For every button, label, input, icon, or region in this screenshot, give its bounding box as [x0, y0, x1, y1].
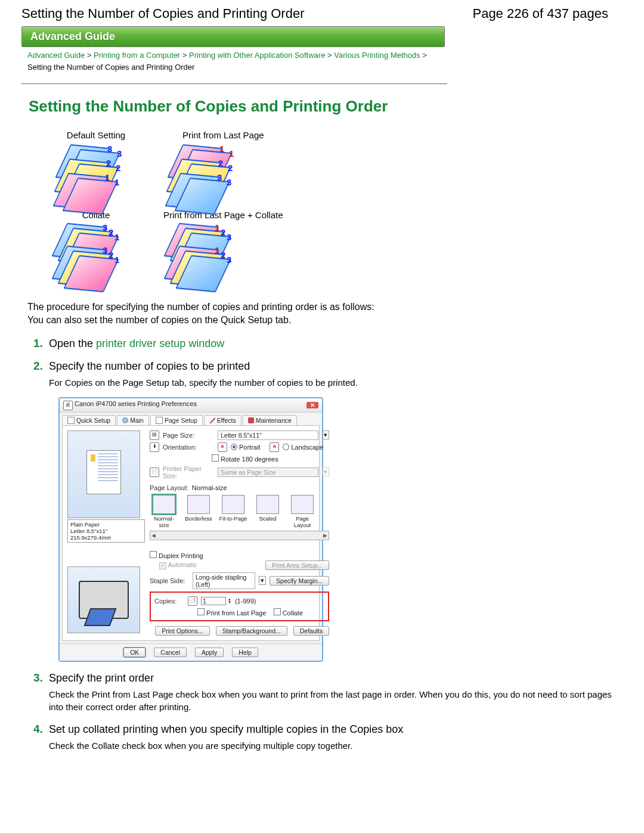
preview-caption: Plain PaperLetter 8.5"x11" 215.9x279.4mm	[67, 519, 145, 543]
chevron-down-icon: ▾	[322, 467, 329, 476]
intro-line2: You can also set the number of copies on…	[27, 315, 291, 325]
breadcrumb-link[interactable]: Printing from a Computer	[94, 51, 180, 60]
dialog-title: Canon iP4700 series Printing Preferences	[75, 400, 197, 407]
copies-label: Copies:	[154, 597, 184, 605]
step-body: Check the Collate check box when you are…	[49, 739, 623, 752]
portrait-icon: A	[218, 442, 227, 452]
printer-paper-label: Printer Paper Size:	[163, 465, 214, 479]
breadcrumb-sep: >	[327, 51, 332, 60]
breadcrumb-link[interactable]: Printing with Other Application Software	[189, 51, 325, 60]
orientation-label: Orientation:	[163, 444, 214, 451]
step-title: Specify the number of copies to be print…	[49, 360, 250, 372]
step-item: 3. Specify the print order Check the Pri…	[33, 671, 623, 713]
page-preview	[67, 431, 140, 518]
layout-opt-normal[interactable]: Normal-size	[150, 495, 178, 528]
copies-spinner[interactable]: 1	[201, 597, 226, 605]
globe-icon	[122, 417, 128, 423]
apply-button[interactable]: Apply	[195, 648, 224, 657]
page-title: Setting the Number of Copies and Printin…	[29, 97, 623, 116]
page-size-label: Page Size:	[163, 432, 214, 439]
thumb-collate: 3 2 1 3 2 1	[51, 224, 141, 286]
tab-maintenance[interactable]: Maintenance	[243, 415, 297, 425]
page-icon	[67, 417, 75, 424]
step-item: 4. Set up collated printing when you spe…	[33, 723, 623, 752]
printer-icon: 🖨	[63, 401, 73, 410]
document-header: Setting the Number of Copies and Printin…	[0, 0, 644, 26]
ok-button[interactable]: OK	[123, 648, 145, 657]
tab-quick-setup[interactable]: Quick Setup	[62, 415, 116, 425]
step-number: 4.	[33, 723, 43, 735]
step-title: Set up collated printing when you specif…	[49, 723, 403, 735]
thumb-default: 3 3 2 2 1 1	[51, 144, 141, 206]
print-options-button[interactable]: Print Options...	[155, 626, 209, 636]
chevron-down-icon[interactable]: ▾	[259, 576, 266, 585]
step-item: 2. Specify the number of copies to be pr…	[33, 360, 623, 662]
step-title: Specify the print order	[49, 672, 154, 684]
page-setup-icon	[156, 417, 163, 424]
cancel-button[interactable]: Cancel	[154, 648, 187, 657]
layout-opt-borderless[interactable]: Borderless	[184, 495, 213, 528]
thumb-last-page: 1 1 2 2 3 3	[163, 144, 253, 206]
page-indicator: Page 226 of 437 pages	[472, 6, 608, 21]
print-from-last-checkbox[interactable]: Print from Last Page	[197, 609, 266, 617]
layout-options: Normal-size Borderless Fit-to-Page Scale…	[150, 495, 329, 528]
page-size-icon: ▤	[150, 431, 159, 440]
page-size-select[interactable]: Letter 8.5"x11"	[218, 431, 318, 440]
example-images-table: Default Setting Print from Last Page 3 3…	[39, 128, 295, 289]
help-button[interactable]: Help	[232, 648, 258, 657]
thumb-label: Print from Last Page + Collate	[153, 209, 294, 221]
breadcrumb-sep: >	[182, 51, 187, 60]
staple-side-label: Staple Side:	[150, 577, 189, 584]
chevron-down-icon[interactable]: ▾	[322, 431, 329, 439]
staple-side-select[interactable]: Long-side stapling (Left)	[193, 572, 255, 589]
breadcrumb-sep: >	[422, 51, 427, 60]
breadcrumb-current: Setting the Number of Copies and Printin…	[27, 63, 194, 72]
layout-scrollbar[interactable]: ◀▶	[150, 531, 329, 540]
tab-effects[interactable]: Effects	[204, 415, 242, 425]
close-icon[interactable]: ✕	[306, 402, 318, 408]
thumb-last-collate: 1 2 3 1 2 3	[163, 224, 253, 286]
step-body: Check the Print from Last Page check box…	[49, 688, 623, 713]
automatic-checkbox: ✓ Automatic	[159, 561, 197, 569]
tray-preview	[67, 566, 140, 633]
layout-opt-fit[interactable]: Fit-to-Page	[219, 495, 247, 528]
page-layout-label: Page Layout:	[150, 484, 188, 491]
dialog-titlebar: 🖨 Canon iP4700 series Printing Preferenc…	[60, 398, 322, 413]
step-item: 1. Open the printer driver setup window	[33, 337, 623, 350]
brush-icon	[209, 417, 215, 423]
thumb-label: Print from Last Page	[153, 129, 294, 141]
wrench-icon	[248, 417, 254, 423]
intro-line1: The procedure for specifying the number …	[27, 302, 374, 312]
guide-banner: Advanced Guide	[21, 26, 445, 47]
copies-icon: 📑	[188, 596, 197, 606]
layout-opt-scaled[interactable]: Scaled	[253, 495, 282, 528]
copies-range: (1-999)	[235, 597, 256, 605]
dialog-tabs: Quick Setup Main Page Setup Effects Main…	[60, 413, 322, 425]
defaults-button[interactable]: Defaults	[293, 626, 330, 636]
scroll-left-icon[interactable]: ◀	[151, 532, 156, 538]
page-layout-value: Normal-size	[192, 484, 227, 491]
duplex-checkbox[interactable]: Duplex Printing	[150, 552, 203, 559]
rotate-checkbox[interactable]: Rotate 180 degrees	[212, 454, 278, 463]
intro-paragraph: The procedure for specifying the number …	[27, 301, 623, 327]
breadcrumb-link[interactable]: Advanced Guide	[27, 51, 85, 60]
steps-list: 1. Open the printer driver setup window …	[33, 337, 623, 752]
portrait-radio[interactable]: Portrait	[231, 444, 260, 451]
tab-page-setup[interactable]: Page Setup	[150, 415, 203, 425]
stamp-background-button[interactable]: Stamp/Background...	[216, 626, 287, 636]
step-number: 2.	[33, 360, 43, 372]
doc-title: Setting the Number of Copies and Printin…	[21, 6, 304, 21]
landscape-icon: A	[270, 442, 279, 452]
layout-opt-pagelayout[interactable]: Page Layout	[288, 495, 317, 528]
step-number: 3.	[33, 671, 43, 684]
tab-main[interactable]: Main	[117, 415, 149, 425]
collate-checkbox[interactable]: Collate	[274, 609, 303, 617]
specify-margin-button[interactable]: Specify Margin...	[270, 576, 329, 586]
landscape-radio[interactable]: Landscape	[283, 444, 323, 451]
printer-driver-link[interactable]: printer driver setup window	[96, 337, 224, 349]
spinner-buttons[interactable]: ▲▼	[228, 598, 231, 604]
orientation-icon: ⬍	[150, 442, 159, 452]
breadcrumb-link[interactable]: Various Printing Methods	[334, 51, 420, 60]
scroll-right-icon[interactable]: ▶	[323, 532, 327, 538]
step-number: 1.	[33, 337, 43, 349]
